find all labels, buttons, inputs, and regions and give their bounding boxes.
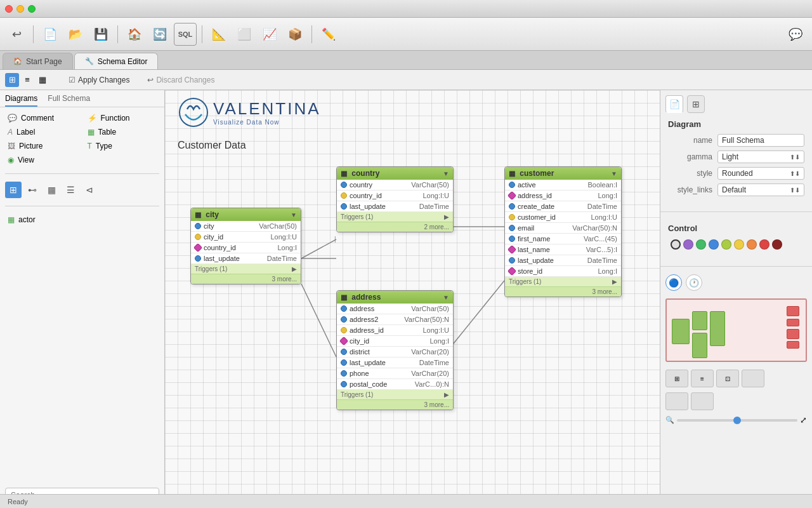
table-country[interactable]: ▦ country ▼ country VarChar(50) country_… [336,166,454,232]
customer-triggers-arrow[interactable]: ▶ [612,278,617,285]
fullscreen-icon[interactable]: ⤢ [800,415,807,425]
tool-grid[interactable]: ⊞ [5,182,22,198]
grid-layout-1[interactable]: ⊞ [665,370,688,387]
country-arrow-icon[interactable]: ▼ [443,170,449,177]
zoom-bar: 🔍 ⤢ [660,413,812,427]
city-more[interactable]: 3 more... [272,276,297,283]
color-white[interactable] [671,239,681,250]
color-green[interactable] [696,239,706,250]
panel-tab-page[interactable]: 📄 [665,95,683,113]
sidebar-item-type[interactable]: T Type [85,140,160,152]
gamma-value[interactable]: Light ⬆⬇ [717,150,804,163]
sep4 [311,25,312,43]
city-last_update-icon [195,255,201,262]
name-value: Full Schema [717,134,804,147]
sidebar-item-function[interactable]: ⚡ Function [85,112,160,124]
chat-button[interactable]: 💬 [784,23,807,46]
sidebar-item-comment[interactable]: 💬 Comment [5,112,80,124]
city-arrow-icon[interactable]: ▼ [291,211,297,218]
address-arrow-icon[interactable]: ▼ [443,294,449,301]
clock-active-icon[interactable]: 🔵 [665,274,682,291]
address-field-phone: phone VarChar(20) [337,368,453,379]
tab-start-label: Start Page [26,57,62,66]
minimize-button[interactable] [16,5,24,13]
color-red[interactable] [759,239,769,250]
sidebar-item-view[interactable]: ◉ View [5,154,80,166]
sidebar-tab-diagrams[interactable]: Diagrams [5,94,37,107]
country-last_update-name: last_update [350,203,394,210]
grid-layout-3[interactable]: ⊡ [716,370,739,387]
close-button[interactable] [5,5,13,13]
city-city_id-name: city_id [204,233,248,241]
customer-more[interactable]: 3 more... [593,288,617,295]
color-blue[interactable] [709,239,719,250]
tool-link[interactable]: ⊷ [24,182,41,198]
diagram-title: Diagram [668,119,804,129]
view-grid-icon[interactable]: ⊞ [5,73,19,87]
grid-layout-2[interactable]: ≡ [691,370,714,387]
tool-tree[interactable]: ⊲ [81,182,98,198]
view-list-icon[interactable]: ≡ [20,73,34,87]
country-country-name: country [350,181,394,189]
tab-start[interactable]: 🏠 Start Page [3,53,73,69]
minimap[interactable] [665,298,807,362]
style-links-label: style_links [668,185,712,194]
sidebar-item-picture[interactable]: 🖼 Picture [5,140,80,152]
sidebar-item-function-label: Function [101,114,130,123]
rect-button[interactable]: ⬜ [233,23,256,46]
tool-table[interactable]: ▦ [43,182,60,198]
grid-layout-5[interactable] [665,392,688,410]
panel-tab-grid[interactable]: ⊞ [687,95,705,113]
country-triggers-arrow[interactable]: ▶ [444,213,449,220]
view-table-icon[interactable]: ▦ [36,73,49,87]
color-purple[interactable] [683,239,693,250]
grid-layout-4[interactable] [742,370,764,387]
discard-changes-button[interactable]: ↩ Discard Changes [143,74,218,86]
tab-schema[interactable]: 🔧 Schema Editor [74,53,159,69]
chart-button[interactable]: 📈 [258,23,281,46]
address-field-address2: address2 VarChar(50):N [337,314,453,325]
address-last_update-icon [341,359,347,366]
city-city_id-icon [195,234,201,240]
table-customer[interactable]: ▦ customer ▼ active Boolean:I address_id… [504,166,622,297]
customer-store_id-icon [508,267,516,276]
style-value[interactable]: Rounded ⬆⬇ [717,167,804,180]
tool-note[interactable]: ☰ [62,182,79,198]
zoom-slider[interactable] [677,419,797,422]
table-city[interactable]: ▦ city ▼ city VarChar(50) city_id Long:I… [190,208,301,284]
sep2 [117,25,118,43]
sql-button[interactable]: SQL [174,23,197,46]
apply-changes-button[interactable]: ☑ Apply Changes [65,74,133,86]
color-yellow[interactable] [734,239,744,250]
maximize-button[interactable] [28,5,36,13]
zoom-thumb[interactable] [733,417,741,424]
canvas[interactable]: VALENTINA Visualize Data Now Customer Da… [165,90,660,508]
table-address[interactable]: ▦ address ▼ address VarChar(50) address2… [336,290,454,410]
sidebar-item-table[interactable]: ▦ Table [85,126,160,138]
customer-footer: 3 more... [505,286,621,297]
sidebar-item-label[interactable]: A Label [5,126,80,138]
refresh-button[interactable]: 🔄 [148,23,171,46]
color-dark-red[interactable] [772,239,782,250]
country-more[interactable]: 2 more... [424,224,449,231]
city-triggers-arrow[interactable]: ▶ [292,265,297,272]
customer-arrow-icon[interactable]: ▼ [611,170,617,177]
style-links-value[interactable]: Default ⬆⬇ [717,184,804,196]
open-button[interactable]: 📂 [64,23,87,46]
color-orange[interactable] [747,239,757,250]
back-button[interactable]: ↩ [5,23,28,46]
sidebar-tab-fullschema[interactable]: Full Schema [48,94,90,107]
view-icon-item: ◉ [8,156,14,164]
home-button[interactable]: 🏠 [123,23,146,46]
layout-button[interactable]: 📐 [207,23,230,46]
tree-item-actor[interactable]: ▦ actor [5,214,159,225]
package-button[interactable]: 📦 [284,23,306,46]
color-yellow-green[interactable] [721,239,731,250]
address-triggers-arrow[interactable]: ▶ [444,391,449,398]
new-button[interactable]: 📄 [39,23,62,46]
history-icon[interactable]: 🕐 [686,274,702,291]
grid-layout-6[interactable] [691,392,714,410]
save-button[interactable]: 💾 [89,23,112,46]
pen-button[interactable]: ✏️ [317,23,340,46]
address-more[interactable]: 3 more... [424,401,449,408]
